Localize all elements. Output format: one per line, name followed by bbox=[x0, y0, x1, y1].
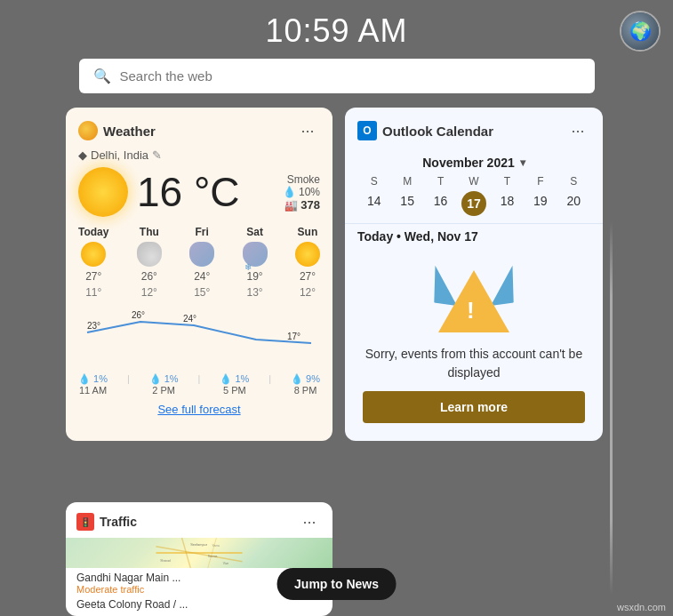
rain-pct-2: 💧 1% bbox=[220, 373, 249, 385]
weather-icon bbox=[78, 121, 98, 140]
calendar-chevron-icon[interactable]: ▾ bbox=[520, 156, 525, 169]
calendar-nav: November 2021 ▾ bbox=[345, 148, 603, 175]
search-icon: 🔍 bbox=[93, 68, 111, 84]
month-year-label: November 2021 bbox=[422, 156, 515, 170]
outlook-card: O Outlook Calendar ··· November 2021 ▾ S… bbox=[345, 108, 603, 441]
forecast-icon-4 bbox=[295, 242, 320, 267]
rain-pct-3: 💧 9% bbox=[291, 373, 320, 385]
outlook-more-button[interactable]: ··· bbox=[565, 118, 590, 143]
edit-icon[interactable]: ✎ bbox=[152, 148, 162, 162]
forecast-high-0: 27° bbox=[85, 270, 101, 283]
warning-triangle-icon bbox=[438, 270, 509, 332]
avatar-image: 🌍 bbox=[621, 12, 659, 50]
forecast-row: Today 27° 11° Thu 26° 12° Fri 24° 15° Sa… bbox=[66, 220, 332, 302]
avatar-button[interactable]: 🌍 bbox=[620, 11, 661, 52]
cal-date-15[interactable]: 15 bbox=[390, 191, 423, 216]
forecast-day-sat: Sat ❄ 19° 13° bbox=[243, 226, 268, 299]
divider-3: | bbox=[268, 373, 271, 396]
scrollbar-indicator bbox=[610, 221, 613, 595]
outlook-title: Outlook Calendar bbox=[382, 124, 493, 139]
cal-date-18[interactable]: 18 bbox=[491, 191, 524, 216]
forecast-label-3: Sat bbox=[246, 226, 263, 238]
smoke-icon: 🏭 bbox=[284, 199, 298, 212]
day-header-s2: S bbox=[557, 175, 590, 188]
weather-more-button[interactable]: ··· bbox=[295, 118, 320, 143]
watermark: wsxdn.com bbox=[617, 602, 666, 612]
forecast-day-thu: Thu 26° 12° bbox=[137, 226, 162, 299]
cal-date-14[interactable]: 14 bbox=[357, 191, 390, 216]
forecast-icon-1 bbox=[137, 242, 162, 267]
location-text: Delhi, India bbox=[91, 148, 148, 162]
day-header-t1: T bbox=[424, 175, 457, 188]
traffic-route-1: Geeta Colony Road / ... bbox=[66, 598, 332, 616]
traffic-icon: 🚦 bbox=[76, 513, 94, 531]
forecast-label-2: Fri bbox=[196, 226, 209, 238]
forecast-high-2: 24° bbox=[194, 270, 210, 283]
widgets-area: Weather ··· ◆ Delhi, India ✎ 16 °C Smoke… bbox=[0, 93, 673, 441]
aqi-display: 🏭 378 bbox=[283, 198, 320, 212]
traffic-more-button[interactable]: ··· bbox=[297, 509, 322, 534]
cal-date-19[interactable]: 19 bbox=[524, 191, 557, 216]
outlook-icon: O bbox=[357, 121, 377, 140]
calendar-error-text: Sorry, events from this account can't be… bbox=[363, 345, 585, 382]
day-header-w: W bbox=[457, 175, 490, 188]
location-dot-icon: ◆ bbox=[78, 148, 87, 162]
forecast-low-3: 13° bbox=[247, 286, 263, 299]
warning-icon-wrap bbox=[434, 265, 514, 336]
humidity-display: 💧 10% bbox=[283, 186, 320, 198]
forecast-icon-2 bbox=[189, 242, 214, 267]
divider-2: | bbox=[198, 373, 201, 396]
temperature-display: 16 °C bbox=[137, 172, 240, 212]
calendar-days-header: S M T W T F S bbox=[345, 175, 603, 188]
traffic-title: Traffic bbox=[100, 515, 137, 529]
traffic-title-row: 🚦 Traffic bbox=[76, 513, 137, 531]
forecast-day-fri: Fri 24° 15° bbox=[189, 226, 214, 299]
day-header-t2: T bbox=[491, 175, 524, 188]
forecast-label-1: Thu bbox=[140, 226, 159, 238]
weather-title-row: Weather bbox=[78, 121, 156, 140]
svg-text:26°: 26° bbox=[132, 310, 145, 320]
day-header-f: F bbox=[524, 175, 557, 188]
search-input[interactable] bbox=[120, 68, 581, 84]
day-header-m: M bbox=[390, 175, 423, 188]
rain-time-1: 💧 1% 2 PM bbox=[149, 373, 179, 396]
forecast-label-0: Today bbox=[78, 226, 108, 238]
today-label: Today • Wed, Nov 17 bbox=[345, 223, 603, 251]
svg-text:Seelampur: Seelampur bbox=[190, 542, 207, 547]
weather-card-header: Weather ··· bbox=[66, 108, 332, 148]
forecast-low-2: 15° bbox=[194, 286, 210, 299]
sun-icon bbox=[78, 167, 128, 217]
rain-time-label-1: 2 PM bbox=[149, 385, 179, 396]
svg-text:24°: 24° bbox=[183, 314, 196, 324]
smoke-info: Smoke 💧 10% 🏭 378 bbox=[283, 173, 320, 212]
calendar-error-area: Sorry, events from this account can't be… bbox=[345, 251, 603, 441]
outlook-title-row: O Outlook Calendar bbox=[357, 121, 493, 140]
forecast-high-1: 26° bbox=[141, 270, 157, 283]
weather-main: 16 °C Smoke 💧 10% 🏭 378 bbox=[66, 167, 332, 220]
weather-card: Weather ··· ◆ Delhi, India ✎ 16 °C Smoke… bbox=[66, 108, 332, 441]
svg-text:Vive: Vive bbox=[223, 562, 229, 565]
forecast-low-0: 11° bbox=[85, 286, 101, 299]
learn-more-button[interactable]: Learn more bbox=[363, 391, 585, 423]
svg-text:23°: 23° bbox=[87, 321, 100, 331]
humidity-value: 10% bbox=[299, 186, 320, 198]
aqi-value: 378 bbox=[300, 198, 320, 212]
see-forecast-link[interactable]: See full forecast bbox=[66, 399, 332, 421]
rain-time-0: 💧 1% 11 AM bbox=[78, 373, 108, 396]
time-display: 10:59 AM bbox=[0, 0, 673, 50]
chart-svg: 23° 26° 24° 17° bbox=[78, 306, 320, 359]
rain-time-label-3: 8 PM bbox=[291, 385, 320, 396]
svg-text:Shanad: Shanad bbox=[160, 559, 171, 563]
traffic-card-header: 🚦 Traffic ··· bbox=[66, 502, 332, 538]
divider-1: | bbox=[127, 373, 130, 396]
forecast-day-today: Today 27° 11° bbox=[78, 226, 108, 299]
forecast-icon-0 bbox=[81, 242, 106, 267]
rain-time-3: 💧 9% 8 PM bbox=[291, 373, 320, 396]
svg-text:17°: 17° bbox=[287, 332, 300, 341]
jump-to-news-button[interactable]: Jump to News bbox=[276, 568, 397, 600]
cal-date-20[interactable]: 20 bbox=[557, 191, 590, 216]
rain-pct-0: 💧 1% bbox=[78, 373, 108, 385]
cal-date-16[interactable]: 16 bbox=[424, 191, 457, 216]
cal-date-17-today[interactable]: 17 bbox=[461, 191, 486, 216]
rain-time-2: 💧 1% 5 PM bbox=[220, 373, 249, 396]
